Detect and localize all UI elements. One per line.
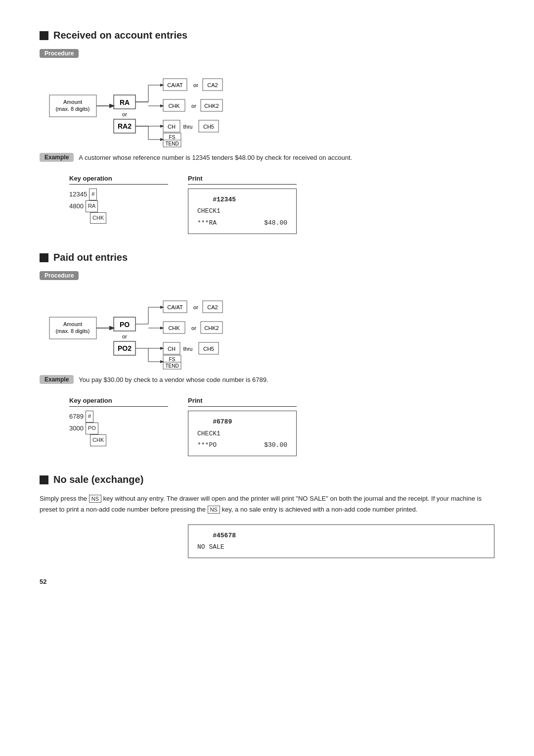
print-header-1: Print xyxy=(188,175,297,185)
svg-text:CHK2: CHK2 xyxy=(204,325,219,331)
svg-text:CH: CH xyxy=(168,124,176,130)
procedure-section-2: Procedure Amount (max. 8 digits) PO or P… xyxy=(40,271,494,369)
svg-text:CHK2: CHK2 xyxy=(204,103,219,109)
op-lines-1: 12345 # 4800 RA CHK xyxy=(69,189,168,224)
diagram-2: Amount (max. 8 digits) PO or PO2 xyxy=(44,290,494,369)
ns-key-inline-2: NS xyxy=(208,506,220,514)
procedure-diagram-2: Amount (max. 8 digits) PO or PO2 xyxy=(44,290,302,369)
chk-key-1: CHK xyxy=(90,212,106,224)
section-received-on-account: Received on account entries Procedure Am… xyxy=(40,30,494,234)
chk-key-2: CHK xyxy=(90,434,106,446)
op-print-table-2: Key operation 6789 # 3000 PO CHK Print #… xyxy=(69,397,494,456)
page-number: 52 xyxy=(40,578,494,585)
op-print-table-1: Key operation 12345 # 4800 RA CHK Print … xyxy=(69,175,494,234)
svg-text:or: or xyxy=(191,325,196,331)
svg-text:CHK: CHK xyxy=(168,103,180,109)
svg-text:or: or xyxy=(122,333,127,339)
section-title-nosale: No sale (exchange) xyxy=(40,474,494,485)
svg-text:TEND: TEND xyxy=(165,363,178,369)
svg-text:FS: FS xyxy=(169,135,176,140)
receipt-line-2a: #6789 xyxy=(197,416,287,427)
key-op-header-1: Key operation xyxy=(69,175,168,185)
black-square-icon xyxy=(40,31,48,40)
svg-text:PO: PO xyxy=(120,321,130,329)
key-operation-col-2: Key operation 6789 # 3000 PO CHK xyxy=(69,397,168,456)
op-line-2c: CHK xyxy=(90,434,168,446)
hash-key-1: # xyxy=(89,189,97,200)
nosale-receipt-line-b: NO SALE xyxy=(197,541,485,553)
receipt-box-2: #6789 CHECK1 ***PO $30.00 xyxy=(188,411,297,456)
black-square-icon-2 xyxy=(40,253,48,262)
procedure-diagram-1: Amount (max. 8 digits) RA or RA2 xyxy=(44,68,302,147)
svg-text:or: or xyxy=(122,111,127,117)
example-section-1: Example A customer whose reference numbe… xyxy=(40,153,494,168)
key-op-header-2: Key operation xyxy=(69,397,168,407)
section-title-paidout: Paid out entries xyxy=(40,252,494,263)
hash-key-2: # xyxy=(86,411,93,423)
svg-text:PO2: PO2 xyxy=(118,344,132,352)
nosale-receipt-box: #45678 NO SALE xyxy=(188,524,494,559)
example-text-1: A customer whose reference number is 123… xyxy=(79,153,352,163)
svg-text:RA2: RA2 xyxy=(118,122,132,130)
svg-text:(max. 8 digits): (max. 8 digits) xyxy=(55,328,89,334)
svg-text:CA2: CA2 xyxy=(207,304,218,310)
op-line-2a: 6789 # xyxy=(69,411,168,423)
op-line-1b: 4800 RA xyxy=(69,200,168,212)
ra-key-1: RA xyxy=(86,200,98,212)
nosale-text: Simply press the NS key without any entr… xyxy=(40,493,494,515)
procedure-badge-2: Procedure xyxy=(40,271,79,280)
diagram-1: Amount (max. 8 digits) RA or RA2 xyxy=(44,68,494,147)
section-no-sale: No sale (exchange) Simply press the NS k… xyxy=(40,474,494,558)
op-lines-2: 6789 # 3000 PO CHK xyxy=(69,411,168,446)
svg-text:CHK: CHK xyxy=(168,325,180,331)
svg-text:(max. 8 digits): (max. 8 digits) xyxy=(55,106,89,112)
svg-text:CH5: CH5 xyxy=(203,124,214,130)
svg-text:thru: thru xyxy=(183,124,193,130)
svg-text:or: or xyxy=(193,304,198,310)
receipt-line-2b: CHECK1 xyxy=(197,428,287,439)
example-text-2: You pay $30.00 by check to a vendor whos… xyxy=(79,375,268,385)
procedure-badge-1: Procedure xyxy=(40,49,79,58)
example-badge-1: Example xyxy=(40,153,74,162)
example-section-2: Example You pay $30.00 by check to a ven… xyxy=(40,375,494,390)
print-header-2: Print xyxy=(188,397,297,407)
po-key-2: PO xyxy=(86,423,98,434)
svg-text:Amount: Amount xyxy=(63,321,82,327)
svg-text:CA/AT: CA/AT xyxy=(167,82,183,88)
receipt-box-1: #12345 CHECK1 ***RA $48.00 xyxy=(188,189,297,234)
svg-text:or: or xyxy=(193,82,198,88)
black-square-icon-3 xyxy=(40,475,48,484)
svg-text:or: or xyxy=(191,103,196,109)
ns-key-inline-1: NS xyxy=(89,495,101,503)
procedure-section-1: Procedure Amount (max. 8 digits) RA or R… xyxy=(40,49,494,147)
svg-text:CA2: CA2 xyxy=(207,82,218,88)
print-col-2: Print #6789 CHECK1 ***PO $30.00 xyxy=(188,397,297,456)
nosale-receipt-line-a: #45678 xyxy=(197,530,485,541)
svg-text:FS: FS xyxy=(169,357,176,362)
key-operation-col-1: Key operation 12345 # 4800 RA CHK xyxy=(69,175,168,234)
svg-text:RA: RA xyxy=(120,98,130,106)
receipt-line-1b: CHECK1 xyxy=(197,205,287,217)
op-line-2b: 3000 PO xyxy=(69,423,168,434)
example-badge-2: Example xyxy=(40,375,74,384)
print-col-1: Print #12345 CHECK1 ***RA $48.00 xyxy=(188,175,297,234)
receipt-line-1a: #12345 xyxy=(197,194,287,205)
nosale-receipt-container: #45678 NO SALE xyxy=(188,524,494,559)
svg-text:CA/AT: CA/AT xyxy=(167,304,183,310)
section-title-received: Received on account entries xyxy=(40,30,494,41)
svg-text:TEND: TEND xyxy=(165,141,178,146)
section-paid-out: Paid out entries Procedure Amount (max. … xyxy=(40,252,494,456)
svg-text:Amount: Amount xyxy=(63,99,82,105)
op-line-1c: CHK xyxy=(90,212,168,224)
svg-text:CH5: CH5 xyxy=(203,346,214,352)
svg-text:thru: thru xyxy=(183,346,193,352)
op-line-1a: 12345 # xyxy=(69,189,168,200)
svg-text:CH: CH xyxy=(168,346,176,352)
receipt-line-1c: ***RA $48.00 xyxy=(197,217,287,229)
receipt-line-2c: ***PO $30.00 xyxy=(197,439,287,451)
